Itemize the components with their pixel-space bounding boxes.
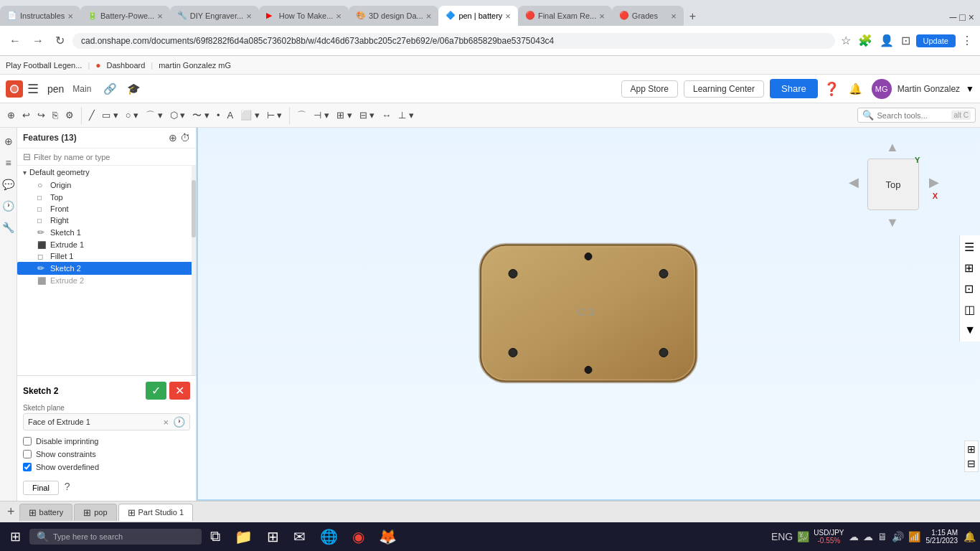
tool-settings[interactable]: ⚙ [62, 108, 77, 122]
tab-howto[interactable]: ▶ How To Make... × [259, 6, 349, 26]
new-tab-button[interactable]: + [684, 7, 702, 26]
reload-button[interactable]: ↻ [52, 32, 68, 49]
tab-battery[interactable]: ⊞ battery [19, 504, 73, 521]
sketch-plane-history-icon[interactable]: 🕐 [173, 416, 185, 428]
user-name[interactable]: Martin Gonzalez [897, 84, 960, 94]
close-icon[interactable]: × [969, 11, 974, 23]
taskbar-time[interactable]: 1:15 AM 5/21/2023 [926, 529, 958, 545]
tree-item-front[interactable]: □ Front [17, 203, 196, 215]
tree-item-sketch1[interactable]: ✏ Sketch 1 [17, 226, 196, 239]
tool-polygon[interactable]: ⬡ ▾ [167, 108, 189, 122]
checkbox-show-constraints-input[interactable] [23, 450, 32, 458]
sketch-confirm-button[interactable]: ✓ [146, 382, 166, 400]
tree-item-origin[interactable]: ○ Origin [17, 179, 196, 192]
search-tools-input[interactable] [877, 111, 948, 120]
tool-dimension[interactable]: ↔ [379, 108, 394, 122]
sidebar-chat-icon[interactable]: 💬 [0, 176, 17, 192]
start-button[interactable]: ⊞ [4, 526, 27, 547]
sidebar-history-icon[interactable]: 🕐 [0, 198, 17, 214]
extension-icon[interactable]: 🧩 [857, 32, 874, 49]
viewport-icon-3[interactable]: ⊡ [961, 280, 979, 298]
tree-item-right[interactable]: □ Right [17, 215, 196, 226]
bookmark-dashboard[interactable]: Dashboard [107, 61, 146, 70]
user-avatar[interactable]: MG [872, 79, 892, 99]
sidebar-add-icon[interactable]: ⊕ [2, 133, 15, 149]
tab-close-4[interactable]: × [336, 11, 341, 22]
taskbar-volume-icon[interactable]: 🔊 [892, 531, 904, 542]
tree-item-sketch2[interactable]: ✏ Sketch 2 [17, 262, 196, 275]
checkbox-show-overdefined-input[interactable] [23, 463, 32, 471]
tablet-icon[interactable]: ⊡ [900, 32, 912, 49]
tab-close-7[interactable]: × [599, 11, 605, 22]
tab-pen-battery[interactable]: 🔷 pen | battery × [438, 6, 518, 26]
tool-circle[interactable]: ○ ▾ [123, 108, 141, 122]
sketch-help-icon[interactable]: ? [65, 481, 70, 492]
back-button[interactable]: ← [6, 33, 24, 49]
url-input[interactable] [72, 33, 835, 49]
taskbar-app-chrome[interactable]: ◉ [347, 526, 370, 547]
bookmark-football[interactable]: Play Football Legen... [6, 61, 82, 70]
user-dropdown-icon[interactable]: ▼ [966, 84, 974, 94]
tree-item-extrude1[interactable]: ⬛ Extrude 1 [17, 239, 196, 250]
add-tab-button[interactable]: + [3, 503, 19, 521]
tree-item-top[interactable]: □ Top [17, 192, 196, 203]
tree-item-extrude2[interactable]: ⬛ Extrude 2 [17, 275, 196, 286]
taskbar-currency-icon[interactable]: 💹 [797, 531, 809, 542]
hamburger-menu[interactable]: ☰ [27, 81, 39, 97]
viewport-icon-1[interactable]: ☰ [961, 238, 979, 256]
tab-part-studio[interactable]: ⊞ Part Studio 1 [118, 504, 194, 521]
share-button[interactable]: Share [770, 79, 818, 98]
taskbar-app-firefox[interactable]: 🦊 [373, 526, 402, 547]
sketch-cancel-button[interactable]: ✕ [169, 382, 190, 400]
view-cube-face[interactable]: Top [867, 159, 919, 210]
link-icon[interactable]: 🔗 [100, 80, 121, 98]
history-icon[interactable]: ⏱ [180, 132, 190, 143]
cube-nav-top-arrow[interactable]: ▲ [886, 140, 899, 155]
final-button[interactable]: Final [23, 481, 59, 495]
graduation-icon[interactable]: 🎓 [123, 80, 144, 98]
taskbar-search-input[interactable] [53, 532, 175, 541]
tool-trim[interactable]: ⊢ ▾ [264, 108, 286, 122]
viewport-icon-4[interactable]: ◫ [961, 301, 979, 319]
filter-input[interactable] [34, 153, 190, 161]
cube-nav-left-arrow[interactable]: ◀ [849, 174, 859, 190]
taskbar-network-icon[interactable]: ☁ [849, 531, 859, 542]
notification-icon[interactable]: 🔔 [845, 80, 866, 98]
profile-icon[interactable]: 👤 [878, 32, 895, 49]
tool-rectangle[interactable]: ▭ ▾ [99, 108, 121, 122]
tab-3ddesign[interactable]: 🎨 3D design Da... × [349, 6, 438, 26]
tab-close-2[interactable]: × [157, 11, 163, 22]
update-button[interactable]: Update [916, 34, 956, 47]
taskbar-device-icon[interactable]: 🖥 [877, 531, 887, 542]
tab-close-3[interactable]: × [246, 11, 252, 22]
help-icon[interactable]: ❓ [824, 81, 839, 97]
minimize-icon[interactable]: ─ [949, 11, 956, 23]
star-icon[interactable]: ☆ [839, 32, 852, 49]
tool-constraint[interactable]: ⊥ ▾ [395, 108, 417, 122]
checkbox-disable-imprinting-input[interactable] [23, 437, 32, 446]
tab-close-8[interactable]: × [671, 11, 677, 22]
tool-undo[interactable]: ↩ [19, 108, 33, 122]
cube-nav-right-arrow[interactable]: ▶ [929, 174, 939, 190]
tab-close-6[interactable]: × [505, 11, 511, 22]
tool-offset[interactable]: ⊟ ▾ [357, 108, 378, 122]
viewport[interactable]: C:3 ▲ ▼ ◀ ▶ Top Y X [197, 128, 980, 501]
menu-icon[interactable]: ⋮ [960, 32, 974, 49]
tree-item-fillet1[interactable]: ◻ Fillet 1 [17, 250, 196, 262]
tree-section-header-default[interactable]: ▾ Default geometry [17, 166, 196, 179]
tab-grades[interactable]: 🔴 Grades × [612, 6, 684, 26]
tool-arc[interactable]: ⌒ ▾ [143, 108, 166, 123]
taskbar-wifi-icon[interactable]: 📶 [908, 531, 920, 542]
forward-button[interactable]: → [29, 33, 47, 49]
viewport-dropdown-icon[interactable]: ▼ [961, 321, 979, 339]
taskbar-app-store[interactable]: ⊞ [261, 526, 285, 547]
tab-pop[interactable]: ⊞ pop [74, 504, 116, 521]
sidebar-tools-icon[interactable]: 🔧 [0, 220, 17, 235]
taskbar-notification-icon[interactable]: 🔔 [963, 531, 976, 542]
add-feature-icon[interactable]: ⊕ [169, 132, 177, 143]
tab-battery[interactable]: 🔋 Battery-Powe... × [80, 6, 170, 26]
cube-nav-bottom-arrow[interactable]: ▼ [886, 215, 899, 230]
taskbar-cloud-icon[interactable]: ☁ [863, 531, 873, 542]
tool-select[interactable]: ⊕ [4, 108, 18, 122]
tool-mirror[interactable]: ⊣ ▾ [311, 108, 332, 122]
